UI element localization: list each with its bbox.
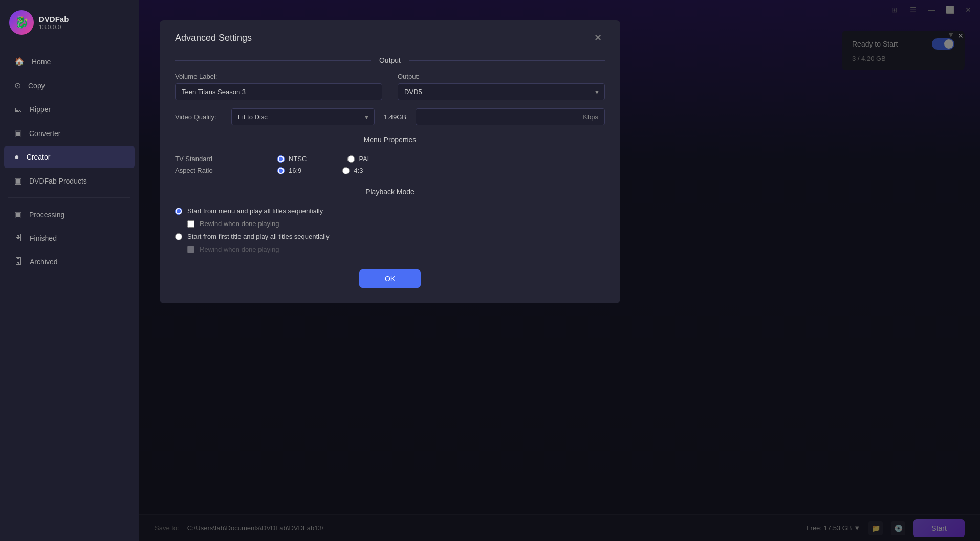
sidebar-item-processing[interactable]: ▣ Processing <box>4 203 135 226</box>
rewind-option-2[interactable]: Rewind when done playing <box>187 243 605 255</box>
ratio-16-9-label: 16:9 <box>289 167 301 174</box>
radio-options-table: TV Standard NTSC PAL Aspect Ratio 16:9 <box>160 148 620 182</box>
modal-close-icon: ✕ <box>594 32 602 43</box>
close-icon: ✕ <box>957 32 964 40</box>
ntsc-radio[interactable] <box>277 155 285 163</box>
sidebar-item-label: Ripper <box>30 105 51 114</box>
kbps-placeholder: Kbps <box>583 113 598 121</box>
rewind-checkbox-1[interactable] <box>187 220 194 228</box>
modal-header: Advanced Settings ✕ <box>160 20 620 50</box>
playback-options: Start from menu and play all titles sequ… <box>160 200 620 259</box>
creator-icon: ● <box>14 152 19 162</box>
ratio-4-3-label: 4:3 <box>354 167 363 174</box>
ready-card-close-button[interactable]: ✕ <box>957 32 964 40</box>
playback-option-1[interactable]: Start from menu and play all titles sequ… <box>175 204 605 218</box>
playback-mode-label: Playback Mode <box>357 188 423 196</box>
app-name: DVDFab <box>39 15 69 24</box>
sidebar-item-label: Home <box>32 58 51 66</box>
output-select[interactable]: DVD5 DVD9 <box>398 83 605 100</box>
file-size-display: 1.49GB <box>380 113 410 121</box>
ripper-icon: 🗂 <box>14 105 23 114</box>
ratio-16-9-option[interactable]: 16:9 <box>277 167 301 174</box>
sidebar-item-copy[interactable]: ⊙ Copy <box>4 74 135 97</box>
menu-properties-section-divider: Menu Properties <box>160 129 620 148</box>
sidebar-item-ripper[interactable]: 🗂 Ripper <box>4 98 135 121</box>
sidebar-item-label: Copy <box>28 82 45 90</box>
pal-radio[interactable] <box>347 155 355 163</box>
output-select-wrapper: DVD5 DVD9 ▼ <box>398 83 605 100</box>
sidebar-item-finished[interactable]: 🗄 Finished <box>4 227 135 250</box>
ntsc-label: NTSC <box>289 155 307 163</box>
sidebar-divider <box>8 197 130 198</box>
sidebar-item-archived[interactable]: 🗄 Archived <box>4 251 135 273</box>
finished-icon: 🗄 <box>14 234 23 243</box>
menu-properties-label: Menu Properties <box>356 136 425 144</box>
ok-button[interactable]: OK <box>359 269 421 288</box>
app-version: 13.0.0.0 <box>39 24 69 31</box>
volume-label-group: Volume Label: <box>175 73 382 100</box>
aspect-ratio-row: Aspect Ratio 16:9 4:3 <box>175 165 605 176</box>
kbps-field: Kbps <box>416 108 605 125</box>
sidebar-item-converter[interactable]: ▣ Converter <box>4 122 135 145</box>
output-label-text: Output: <box>398 73 605 80</box>
archived-icon: 🗄 <box>14 257 23 266</box>
sidebar-item-label: Archived <box>30 258 57 266</box>
ratio-4-3-radio[interactable] <box>342 167 350 174</box>
sidebar-item-creator[interactable]: ● Creator <box>4 146 135 168</box>
playback-mode-section-divider: Playback Mode <box>160 182 620 200</box>
modal-close-button[interactable]: ✕ <box>591 31 605 45</box>
logo-text: DVDFab 13.0.0.0 <box>39 15 69 31</box>
sidebar-item-label: Processing <box>29 211 64 219</box>
video-quality-select[interactable]: Fit to Disc High Quality Custom <box>231 108 375 125</box>
video-quality-select-wrapper: Fit to Disc High Quality Custom ▼ <box>231 108 375 125</box>
tv-standard-row: TV Standard NTSC PAL <box>175 153 605 165</box>
logo-emoji: 🐉 <box>15 16 29 29</box>
app-logo: 🐉 DVDFab 13.0.0.0 <box>0 0 139 45</box>
modal-footer: OK <box>160 259 620 288</box>
divider-line-right <box>409 60 605 61</box>
modal-overlay: Advanced Settings ✕ Output Volume Label:… <box>139 0 980 541</box>
playback-option-2-label: Start from first title and play all titl… <box>187 233 329 240</box>
video-quality-row: Video Quality: Fit to Disc High Quality … <box>160 104 620 129</box>
sidebar-item-home[interactable]: 🏠 Home <box>4 50 135 73</box>
sidebar-item-label: DVDFab Products <box>29 177 87 185</box>
video-quality-label: Video Quality: <box>175 113 226 121</box>
tv-standard-label: TV Standard <box>175 155 236 163</box>
divider-line-left <box>175 60 371 61</box>
divider-line-right-2 <box>424 140 605 140</box>
divider-line-right-3 <box>423 192 605 192</box>
dvdfab-products-icon: ▣ <box>14 176 22 186</box>
ratio-4-3-option[interactable]: 4:3 <box>342 167 363 174</box>
sidebar-item-label: Finished <box>30 234 57 242</box>
playback-option-2[interactable]: Start from first title and play all titl… <box>175 230 605 243</box>
sidebar-navigation: 🏠 Home ⊙ Copy 🗂 Ripper ▣ Converter ● Cre… <box>0 45 139 541</box>
output-section-label: Output <box>371 56 409 64</box>
logo-avatar: 🐉 <box>9 10 34 35</box>
ntsc-option[interactable]: NTSC <box>277 155 307 163</box>
divider-line-left-2 <box>175 140 356 140</box>
rewind-checkbox-2[interactable] <box>187 246 194 253</box>
rewind-option-2-label: Rewind when done playing <box>200 245 279 253</box>
home-icon: 🏠 <box>14 57 25 66</box>
ratio-16-9-radio[interactable] <box>277 167 285 174</box>
pal-option[interactable]: PAL <box>347 155 371 163</box>
volume-label-input[interactable] <box>175 83 382 100</box>
output-section-divider: Output <box>160 50 620 69</box>
processing-icon: ▣ <box>14 210 22 219</box>
playback-radio-1[interactable] <box>175 208 182 215</box>
sidebar-item-label: Creator <box>27 153 51 161</box>
main-area: ⊞ ☰ — ⬜ ✕ Ready to Start 3 / 4.20 GB ▼ ✕ <box>139 0 980 541</box>
sidebar-item-label: Converter <box>29 129 60 138</box>
rewind-option-1[interactable]: Rewind when done playing <box>187 218 605 230</box>
playback-radio-2[interactable] <box>175 233 182 240</box>
rewind-option-1-label: Rewind when done playing <box>200 220 279 228</box>
divider-line-left-3 <box>175 192 357 192</box>
sidebar-item-dvdfab-products[interactable]: ▣ DVDFab Products <box>4 169 135 192</box>
aspect-ratio-label: Aspect Ratio <box>175 167 236 174</box>
sidebar: 🐉 DVDFab 13.0.0.0 🏠 Home ⊙ Copy 🗂 Ripper… <box>0 0 139 541</box>
advanced-settings-modal: Advanced Settings ✕ Output Volume Label:… <box>160 20 620 303</box>
volume-label-text: Volume Label: <box>175 73 382 80</box>
converter-icon: ▣ <box>14 128 22 138</box>
modal-title: Advanced Settings <box>175 33 252 43</box>
playback-option-1-label: Start from menu and play all titles sequ… <box>187 207 323 215</box>
